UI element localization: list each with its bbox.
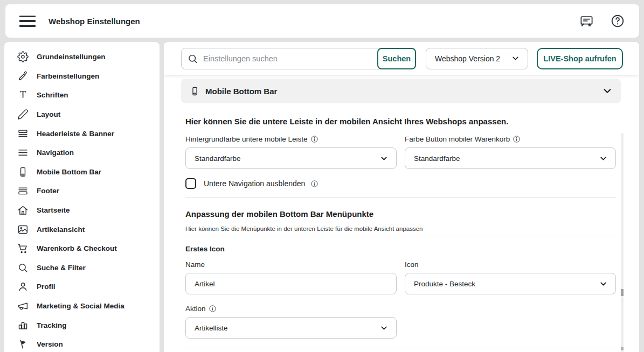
sidebar-item-label: Footer — [37, 187, 59, 195]
mobile-icon — [17, 166, 29, 178]
webshop-version-select[interactable]: Webshop Version 2 — [426, 48, 528, 69]
scroll-marker — [621, 347, 624, 350]
gear-icon — [17, 51, 29, 62]
sidebar-item-navigation[interactable]: Navigation — [4, 143, 160, 163]
sidebar-item-label: Profil — [37, 283, 56, 291]
sidebar-item-label: Version — [37, 340, 63, 348]
action-select-value: Artikelliste — [195, 324, 228, 332]
divider — [185, 197, 616, 198]
search-button[interactable]: Suchen — [377, 48, 416, 69]
header-banner-icon — [17, 128, 29, 139]
info-icon[interactable] — [310, 180, 318, 188]
chevron-down-icon — [379, 323, 389, 333]
hide-bottom-nav-label: Untere Navigation ausblenden — [204, 179, 305, 188]
icon-select[interactable]: Produkte - Besteck — [405, 273, 616, 294]
icon-select-value: Produkte - Besteck — [414, 280, 475, 288]
svg-text:T: T — [20, 90, 26, 100]
help-icon[interactable] — [610, 13, 625, 29]
bg-color-value: Standardfarbe — [195, 154, 241, 163]
sidebar-item-label: Farbeinstellungen — [37, 72, 99, 80]
home-icon — [17, 205, 29, 216]
settings-sidebar: Grundeinstellungen Farbeinstellungen T S… — [4, 42, 160, 352]
scrollbar-track[interactable] — [621, 133, 624, 352]
info-icon[interactable] — [513, 135, 521, 143]
person-icon — [17, 281, 29, 292]
cart-button-color-label: Farbe Button mobiler Warenkorb — [405, 135, 616, 143]
cart-button-color-value: Standardfarbe — [414, 154, 460, 163]
name-label: Name — [185, 261, 397, 269]
menu-customization-subtext: Hier können Sie die Menüpunkte in der un… — [185, 226, 616, 232]
bg-color-label: Hintergrundfarbe untere mobile Leiste — [185, 135, 397, 143]
feedback-icon[interactable] — [579, 14, 594, 29]
bg-color-select[interactable]: Standardfarbe — [185, 147, 397, 169]
sidebar-item-label: Schriften — [37, 91, 68, 99]
sidebar-item-artikelansicht[interactable]: Artikelansicht — [4, 220, 160, 239]
mobile-icon — [190, 86, 200, 96]
search-header: Suchen Webshop Version 2 LIVE-Shop aufru… — [164, 42, 639, 75]
live-shop-button[interactable]: LIVE-Shop aufrufen — [537, 48, 623, 69]
sidebar-item-label: Tracking — [37, 321, 67, 329]
flag-icon — [17, 339, 29, 350]
sidebar-item-farbeinstellungen[interactable]: Farbeinstellungen — [4, 67, 160, 86]
sidebar-item-schriften[interactable]: T Schriften — [4, 86, 160, 105]
first-icon-heading: Erstes Icon — [185, 245, 616, 253]
chevron-down-icon — [599, 279, 608, 288]
sidebar-nav: Grundeinstellungen Farbeinstellungen T S… — [4, 47, 160, 352]
sidebar-item-label: Grundeinstellungen — [37, 53, 106, 61]
settings-content: Mobile Bottom Bar Hier können Sie die un… — [164, 75, 639, 352]
hamburger-menu-icon[interactable] — [19, 16, 36, 27]
sidebar-item-footer[interactable]: Footer — [4, 181, 160, 201]
chevron-down-icon[interactable] — [601, 85, 613, 97]
font-icon: T — [17, 89, 29, 101]
sidebar-item-suche-filter[interactable]: Suche & Filter — [4, 258, 160, 278]
sidebar-item-label: Startseite — [37, 206, 70, 214]
chevron-down-icon — [511, 54, 520, 63]
image-icon — [17, 224, 29, 235]
sidebar-item-label: Mobile Bottom Bar — [37, 168, 101, 176]
section-intro-heading: Hier können Sie die untere Leiste in der… — [185, 117, 616, 126]
sidebar-item-grundeinstellungen[interactable]: Grundeinstellungen — [4, 47, 160, 67]
info-icon[interactable] — [310, 135, 318, 143]
webshop-version-value: Webshop Version 2 — [435, 54, 500, 63]
color-picker-icon — [17, 71, 29, 82]
sidebar-item-headerleiste-banner[interactable]: Headerleiste & Banner — [4, 124, 160, 143]
sidebar-item-version[interactable]: Version — [4, 335, 160, 352]
footer-icon — [17, 185, 29, 196]
chevron-down-icon — [599, 154, 608, 163]
topbar-actions — [579, 13, 625, 29]
bar-chart-icon — [17, 320, 29, 331]
sidebar-item-label: Marketing & Social Media — [37, 302, 124, 310]
section-title: Mobile Bottom Bar — [205, 87, 277, 96]
icon-label: Icon — [405, 261, 616, 269]
divider — [185, 348, 616, 348]
hide-bottom-nav-row: Untere Navigation ausblenden — [185, 178, 616, 189]
sidebar-item-marketing-social-media[interactable]: Marketing & Social Media — [4, 297, 160, 316]
sidebar-item-label: Headerleiste & Banner — [37, 130, 114, 138]
section-header-mobile-bottom-bar[interactable]: Mobile Bottom Bar — [181, 79, 621, 103]
divider — [185, 236, 616, 236]
scrollbar-thumb[interactable] — [621, 289, 624, 296]
sidebar-item-label: Artikelansicht — [37, 226, 85, 234]
sidebar-item-warenkorb-checkout[interactable]: Warenkorb & Checkout — [4, 239, 160, 258]
info-icon[interactable] — [209, 305, 217, 313]
sidebar-item-profil[interactable]: Profil — [4, 277, 160, 297]
search-icon — [17, 262, 29, 273]
main-panel: Suchen Webshop Version 2 LIVE-Shop aufru… — [164, 42, 639, 352]
sidebar-item-layout[interactable]: Layout — [4, 105, 160, 124]
top-bar: Webshop Einstellungen — [5, 4, 639, 38]
icon-name-input[interactable] — [185, 273, 397, 294]
action-select[interactable]: Artikelliste — [185, 317, 397, 339]
megaphone-icon — [17, 300, 29, 312]
sidebar-item-label: Suche & Filter — [37, 264, 86, 272]
action-label: Aktion — [185, 305, 397, 313]
sidebar-item-label: Layout — [37, 110, 60, 118]
cart-button-color-select[interactable]: Standardfarbe — [405, 147, 616, 169]
menu-customization-heading: Anpassung der mobilen Bottom Bar Menüpun… — [185, 209, 616, 219]
chevron-down-icon — [379, 154, 389, 163]
sidebar-item-startseite[interactable]: Startseite — [4, 201, 160, 220]
hide-bottom-nav-checkbox[interactable] — [185, 178, 196, 189]
sidebar-item-label: Navigation — [37, 149, 74, 157]
sidebar-item-mobile-bottom-bar[interactable]: Mobile Bottom Bar — [4, 163, 160, 182]
pencil-icon — [17, 109, 29, 120]
sidebar-item-tracking[interactable]: Tracking — [4, 315, 160, 335]
